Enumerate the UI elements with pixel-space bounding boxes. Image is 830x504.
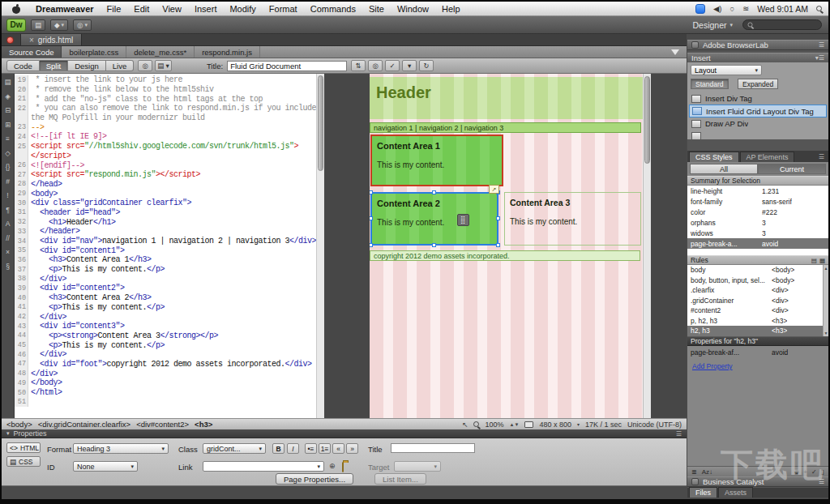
view-code-button[interactable]: Code [6,60,40,71]
panel-menu-icon[interactable]: ☰ [819,478,824,485]
menu-modify[interactable]: Modify [223,2,262,15]
rule-row[interactable]: #content2<div> [687,305,828,316]
resize-handle[interactable] [370,243,373,247]
resize-handle[interactable] [370,190,373,194]
menu-commands[interactable]: Commands [304,2,362,15]
current-filter-button[interactable]: Current [758,164,826,174]
browse-folder-icon[interactable] [342,462,344,472]
browserlab-panel-header[interactable]: Adobe BrowserLab ☰ [687,40,828,50]
properties-panel-header[interactable]: ▾ Properties ☰ [2,429,687,438]
preview-in-browser-icon[interactable]: ◎ [368,60,383,71]
css-mode-button[interactable]: ▤ CSS [6,456,41,467]
menu-file[interactable]: File [101,2,128,15]
filter-related-files-icon[interactable] [671,49,679,55]
italic-button[interactable]: I [287,443,299,454]
design-content-area-2-selected[interactable]: Content Area 2 This is my content. ⣿ ↗ [370,192,498,246]
rule-row[interactable]: h2, h3<h3> [687,326,828,336]
delete-rule-icon[interactable]: ▯ [821,468,824,476]
layout-switcher-icon[interactable]: ▤ [31,19,45,31]
tree-view-icon[interactable]: ▦ [819,257,825,264]
id-select[interactable]: None ▾ [73,461,138,472]
scroll-up-icon[interactable]: ▲ [824,266,828,271]
spotlight-icon[interactable] [816,6,822,11]
design-header-region[interactable]: Header [370,77,643,119]
rule-row[interactable]: p, h2, h3<h3> [687,316,828,327]
resize-handle[interactable] [432,190,436,194]
tab-files[interactable]: Files [689,487,717,498]
design-nav-region[interactable]: navigation 1 | navigation 2 | navigation… [370,122,641,133]
outdent-icon[interactable]: « [332,443,344,454]
edit-rule-icon[interactable]: ✓ [811,468,817,476]
show-code-navigator-icon[interactable]: ◈ [5,93,11,100]
rule-row[interactable]: body<body> [687,265,828,275]
live-code-icon[interactable]: ◎ [138,60,152,71]
menu-insert[interactable]: Insert [188,2,224,15]
rule-row[interactable]: body, button, input, sel...<body> [687,275,828,286]
rule-row[interactable]: .gridContainer<div> [687,296,828,306]
indent-icon[interactable]: » [346,443,358,454]
code-view[interactable]: 19 * insert the link to your js here20 *… [15,74,324,418]
menu-site[interactable]: Site [362,2,391,15]
rules-scrollbar[interactable]: ▲ ▼ [823,265,828,336]
property-row[interactable]: page-break-af...avoid [687,347,828,357]
search-input[interactable] [756,21,813,29]
multiscreen-preview-icon[interactable]: ▤ ▾ [155,60,172,71]
expanded-mode-button[interactable]: Expanded [738,79,778,89]
file-management-icon[interactable]: ⇅ [351,60,366,71]
unordered-list-icon[interactable]: •≡ [305,443,317,454]
split-view-divider[interactable] [324,74,368,418]
zoom-tool-icon[interactable] [473,421,479,427]
design-content-area-1[interactable]: Content Area 1 This is my content. [370,135,503,186]
summary-row[interactable]: widows3 [687,228,828,238]
workspace-switcher[interactable]: Designer ▾ [687,19,738,31]
view-design-button[interactable]: Design [68,60,106,71]
rule-row[interactable]: .clearfix<div> [687,285,828,296]
point-to-file-icon[interactable]: ⊕ [329,462,336,470]
format-source-code-icon[interactable]: § [6,263,10,271]
link-combo[interactable]: ▾ [203,461,324,472]
all-filter-button[interactable]: All [690,164,758,174]
fluid-grid-move-handle-icon[interactable]: ⣿ [457,214,469,226]
app-search-field[interactable] [742,19,822,30]
select-parent-tag-icon[interactable]: ◇ [5,150,11,157]
refresh-design-view-icon[interactable]: ↻ [419,60,434,71]
summary-row[interactable]: font-familysans-serif [687,196,828,207]
insert-item[interactable]: Draw AP Div [689,117,827,130]
balance-braces-icon[interactable]: {} [6,164,11,171]
zoom-level[interactable]: 100% [485,421,503,429]
tab-assets[interactable]: Assets [718,487,753,498]
class-select[interactable]: gridCont... ▾ [203,443,266,454]
tag-selector-item[interactable]: <div#content2> [136,420,189,429]
html-mode-button[interactable]: <> HTML [6,442,41,453]
resize-handle[interactable] [432,243,436,247]
new-css-rule-icon[interactable]: + [803,468,807,476]
apple-icon[interactable] [11,4,21,14]
tab-css-styles[interactable]: CSS Styles [689,152,739,162]
scroll-down-icon[interactable]: ▼ [824,331,828,335]
tag-selector-item[interactable]: <body> [6,420,32,429]
tag-selector-item[interactable]: <div.gridContainer.clearfix> [38,420,130,429]
related-file[interactable]: respond.min.js [195,46,260,58]
insert-category-select[interactable]: Layout ▾ [691,65,762,75]
design-footer-region[interactable]: copyright 2012 demo assets incorporated. [370,250,640,261]
summary-row[interactable]: color#222 [687,207,828,217]
design-content-area-3[interactable]: Content Area 3 This is my content. [504,192,641,246]
panel-menu-icon[interactable]: ☰ [676,430,682,438]
menu-format[interactable]: Format [263,2,304,15]
view-live-button[interactable]: Live [106,60,134,71]
word-wrap-icon[interactable]: ¶ [6,207,10,214]
resize-handle[interactable] [496,243,500,247]
close-window-button[interactable] [6,36,14,44]
expand-all-icon[interactable]: ≡ [6,135,10,143]
tab-ap-elements[interactable]: AP Elements [740,152,795,162]
standard-mode-button[interactable]: Standard [691,79,729,89]
insert-item[interactable]: Insert Div Tag [689,92,827,105]
insert-item[interactable] [689,130,827,139]
summary-row[interactable]: page-break-a...avoid [687,238,828,249]
document-tab[interactable]: × grids.html [20,34,82,45]
document-title-input[interactable] [227,61,347,71]
collapse-selection-icon[interactable]: ⊞ [5,122,11,129]
window-size-value[interactable]: 480 x 800 [539,421,571,429]
extend-dreamweaver-icon[interactable]: ◆ ▾ [50,19,68,31]
tag-selector-item[interactable]: <h3> [195,420,212,429]
